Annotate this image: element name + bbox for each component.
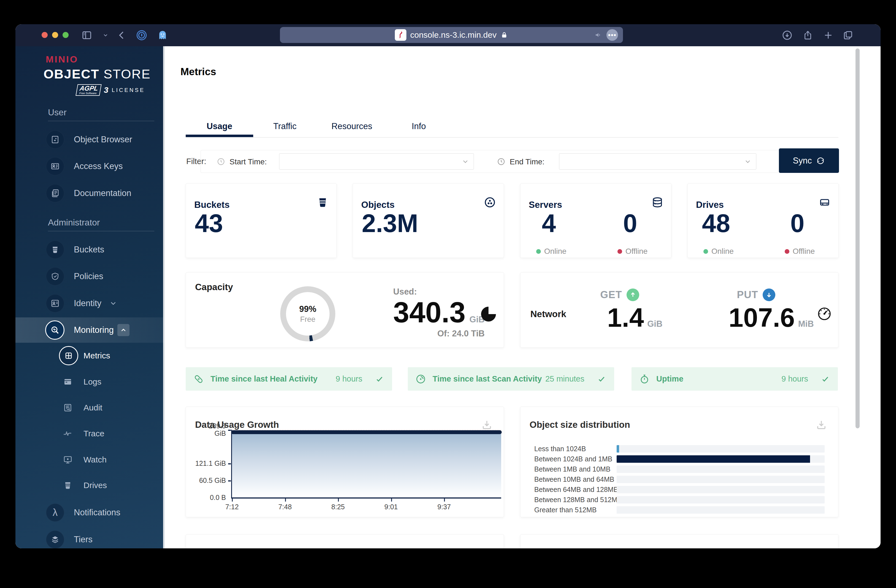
sidebar-item-logs[interactable]: Logs bbox=[15, 373, 165, 390]
network-card-title: Network bbox=[530, 309, 566, 319]
start-time-select[interactable] bbox=[279, 153, 474, 170]
license-badge: AGPLFree Software 3 LICENSE bbox=[44, 84, 145, 96]
minio-logo: MINIO OBJECT STORE AGPLFree Software 3 L… bbox=[44, 54, 145, 96]
start-time-label: Start Time: bbox=[230, 158, 267, 166]
sidebar-item-metrics[interactable]: Metrics bbox=[15, 347, 165, 365]
browser-toolbar: console.ns-3.ic.min.dev ••• bbox=[15, 24, 881, 46]
tiers-icon bbox=[46, 530, 64, 548]
object-store-wordmark: OBJECT STORE bbox=[44, 66, 145, 82]
scan-activity-bar: Time since last Scan Activity 25 minutes bbox=[408, 367, 614, 390]
tab-overview-button[interactable] bbox=[842, 29, 853, 41]
sidebar-item-drives[interactable]: Drives bbox=[15, 477, 165, 494]
sidebar-item-watch[interactable]: Watch bbox=[15, 451, 165, 468]
zoom-window-button[interactable] bbox=[62, 32, 69, 38]
scan-activity-label: Time since last Scan Activity bbox=[433, 374, 542, 383]
page-scrollbar-thumb[interactable] bbox=[855, 49, 859, 428]
usage-area-chart: 239.5 GiB 121.1 GiB 60.5 GiB 0.0 B 7:12 … bbox=[231, 430, 501, 498]
filter-bar: Start Time: End Time: bbox=[201, 150, 814, 173]
scan-activity-value: 25 minutes bbox=[545, 374, 584, 383]
capacity-card: Capacity 99% Free Used: 340.3 GiB Of: 24… bbox=[186, 272, 504, 348]
tab-resources[interactable]: Resources bbox=[317, 118, 387, 137]
drives-icon bbox=[63, 480, 73, 490]
page-settings-icon[interactable]: ••• bbox=[606, 29, 618, 41]
identity-chevron-down-icon bbox=[109, 299, 117, 307]
sidebar-item-audit[interactable]: Audit bbox=[15, 399, 165, 416]
offline-dot bbox=[617, 249, 622, 254]
check-icon bbox=[597, 374, 606, 384]
share-button[interactable] bbox=[802, 29, 814, 41]
sidebar-chevron-down-icon[interactable] bbox=[100, 29, 111, 41]
ghostery-extension-icon[interactable] bbox=[157, 29, 168, 41]
back-button[interactable] bbox=[116, 29, 128, 41]
download-chart-icon[interactable] bbox=[481, 419, 493, 430]
put-label: PUT bbox=[737, 289, 758, 301]
distribution-row: Between 1024B and 1MB bbox=[534, 455, 824, 463]
sidebar-item-access-keys[interactable]: Access Keys bbox=[15, 158, 165, 175]
access-keys-icon bbox=[46, 157, 64, 175]
onepassword-extension-icon[interactable] bbox=[136, 29, 148, 41]
y-axis-tick-label: 121.1 GiB bbox=[180, 459, 226, 467]
sidebar-item-object-browser[interactable]: Object Browser bbox=[15, 131, 165, 148]
buckets-card-title: Buckets bbox=[194, 200, 230, 210]
sidebar-item-policies[interactable]: Policies bbox=[15, 267, 165, 285]
trace-icon bbox=[63, 428, 73, 439]
y-axis-tick-label: 239.5 GiB bbox=[180, 422, 226, 437]
sidebar-item-identity[interactable]: Identity bbox=[15, 295, 165, 312]
downloads-button[interactable] bbox=[782, 29, 793, 41]
object-size-distribution-title: Object size distribution bbox=[530, 419, 630, 430]
end-time-select[interactable] bbox=[559, 153, 756, 170]
drives-offline-count: 0 bbox=[769, 209, 826, 238]
chevron-down-icon bbox=[744, 158, 752, 166]
bar-track bbox=[617, 486, 824, 493]
tab-usage[interactable]: Usage bbox=[186, 118, 253, 137]
stopwatch-icon bbox=[639, 374, 650, 384]
sidebar-item-buckets[interactable]: Buckets bbox=[15, 241, 165, 258]
url-bar[interactable]: console.ns-3.ic.min.dev ••• bbox=[280, 27, 623, 43]
network-put-group: PUT 107.6 MiB bbox=[713, 289, 829, 331]
scan-radar-icon bbox=[416, 374, 426, 384]
minio-brand-text: MINIO bbox=[46, 54, 145, 65]
sidebar-item-monitoring[interactable]: Monitoring bbox=[15, 318, 165, 343]
tab-info[interactable]: Info bbox=[387, 118, 451, 137]
buckets-card: Buckets 43 bbox=[186, 183, 337, 258]
sidebar-item-documentation[interactable]: Documentation bbox=[15, 184, 165, 202]
uptime-bar: Uptime 9 hours bbox=[631, 367, 838, 390]
sidebar-item-trace[interactable]: Trace bbox=[15, 425, 165, 442]
heal-activity-label: Time since last Heal Activity bbox=[210, 374, 317, 383]
drives-card: Drives 48 0 Online Offline bbox=[687, 183, 839, 258]
mute-audio-icon[interactable] bbox=[594, 31, 603, 39]
x-axis-tick-label: 8:25 bbox=[331, 503, 345, 511]
new-tab-button[interactable] bbox=[823, 29, 834, 41]
policies-icon bbox=[46, 267, 64, 286]
close-window-button[interactable] bbox=[42, 32, 48, 38]
network-get-group: GET 1.4 GiB bbox=[589, 289, 680, 331]
sidebar-item-notifications[interactable]: λ Notifications bbox=[15, 504, 165, 521]
online-dot bbox=[536, 249, 541, 254]
objects-count: 2.3M bbox=[362, 209, 418, 238]
servers-card: Servers 4 0 Online Offline bbox=[520, 183, 672, 258]
drives-online-status: Online bbox=[703, 247, 734, 256]
lock-icon bbox=[500, 31, 508, 39]
divider bbox=[48, 121, 154, 121]
browser-window: console.ns-3.ic.min.dev ••• MIN bbox=[15, 24, 881, 548]
logs-icon bbox=[63, 377, 73, 387]
monitoring-collapse-chevron-up-icon[interactable] bbox=[117, 324, 130, 336]
metrics-icon bbox=[59, 346, 78, 365]
site-favicon bbox=[395, 29, 406, 41]
heal-activity-bar: Time since last Heal Activity 9 hours bbox=[186, 367, 392, 390]
x-axis-tick-label: 7:48 bbox=[278, 503, 292, 511]
sync-button[interactable]: Sync bbox=[779, 148, 839, 173]
capacity-donut-chart: 99% Free bbox=[280, 286, 335, 341]
bar-track bbox=[617, 496, 824, 503]
sync-icon bbox=[816, 156, 825, 165]
tab-traffic[interactable]: Traffic bbox=[253, 118, 317, 137]
sidebar-item-tiers[interactable]: Tiers bbox=[15, 531, 165, 548]
minimize-window-button[interactable] bbox=[52, 32, 58, 38]
distribution-row: Between 64MB and 128MB bbox=[534, 486, 824, 493]
clock-icon bbox=[217, 158, 225, 166]
sidebar-toggle-icon[interactable] bbox=[81, 29, 93, 41]
bar-track bbox=[617, 465, 824, 473]
capacity-card-title: Capacity bbox=[195, 282, 233, 292]
download-chart-icon[interactable] bbox=[815, 419, 827, 430]
online-dot bbox=[703, 249, 708, 254]
